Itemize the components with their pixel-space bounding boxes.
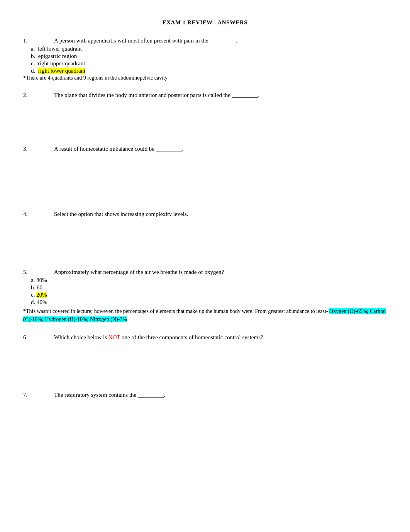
q3-number: 3. bbox=[23, 146, 54, 152]
q1-option-c-text: right upper quadrant bbox=[38, 60, 85, 66]
q6-text-after: one of the three components of homeostat… bbox=[120, 334, 263, 340]
q6-text-before: Which choice below is bbox=[54, 334, 108, 340]
q7-text: The respiratory system contains the ____… bbox=[54, 392, 387, 398]
q5-option-d-text: 40% bbox=[37, 299, 47, 305]
q1-option-d-label: d. bbox=[31, 68, 35, 74]
q5-option-c: c. 20% bbox=[31, 292, 387, 298]
question-1: 1. A person with appendicitis will most … bbox=[23, 37, 387, 81]
question-7: 7. The respiratory system contains the _… bbox=[23, 392, 387, 398]
q5-option-c-label: c. bbox=[31, 292, 35, 298]
q5-note: *This wasn’t covered in lecture; however… bbox=[23, 307, 387, 323]
q1-option-a: a. left lower quadrant bbox=[31, 46, 387, 52]
q1-option-c-label: c. bbox=[31, 60, 35, 66]
q5-note-prefix: *This wasn’t covered in lecture; however… bbox=[23, 308, 329, 314]
question-2: 2. The plane that divides the body into … bbox=[23, 92, 387, 135]
q1-option-b-label: b. bbox=[31, 53, 35, 59]
q1-option-a-label: a. bbox=[31, 46, 35, 52]
question-3: 3. A result of homeostatic imbalance cou… bbox=[23, 146, 387, 200]
q5-option-a-text: 80% bbox=[36, 277, 47, 283]
q5-option-b: b. 60 bbox=[31, 284, 387, 291]
q3-text: A result of homeostatic imbalance could … bbox=[54, 146, 387, 152]
section-divider bbox=[23, 261, 387, 261]
q4-number: 4. bbox=[23, 211, 54, 218]
question-6: 6. Which choice below is NOT one of the … bbox=[23, 334, 387, 381]
q6-text-not: NOT bbox=[108, 334, 120, 340]
q1-option-c: c. right upper quadrant bbox=[31, 60, 387, 67]
q6-number: 6. bbox=[23, 334, 54, 341]
q1-number: 1. bbox=[23, 37, 54, 44]
q1-text: A person with appendicitis will most oft… bbox=[54, 37, 387, 44]
q2-number: 2. bbox=[23, 92, 54, 99]
q1-option-b-text: epigastric region bbox=[38, 53, 77, 59]
q6-text: Which choice below is NOT one of the thr… bbox=[54, 334, 387, 341]
question-5: 5. Approximately what percentage of the … bbox=[23, 269, 387, 323]
q1-note: *There are 4 quadrants and 9 regions in … bbox=[23, 75, 387, 81]
q5-option-a: a. 80% bbox=[31, 277, 387, 284]
page-title: EXAM 1 REVIEW - ANSWERS bbox=[23, 19, 387, 26]
q5-option-a-label: a. bbox=[31, 277, 35, 283]
q4-text: Select the option that shows increasing … bbox=[54, 211, 387, 218]
q5-option-d: d. 40% bbox=[31, 299, 387, 306]
q5-number: 5. bbox=[23, 269, 54, 275]
q5-text: Approximately what percentage of the air… bbox=[54, 269, 387, 275]
q5-option-b-text: 60 bbox=[37, 284, 42, 291]
q1-option-d-text: right lower quadrant bbox=[38, 68, 85, 74]
q2-text: The plane that divides the body into ant… bbox=[54, 92, 387, 99]
q5-option-b-label: b. bbox=[31, 284, 35, 291]
q5-option-d-label: d. bbox=[31, 299, 35, 305]
q5-option-c-text: 20% bbox=[36, 292, 47, 298]
q7-number: 7. bbox=[23, 392, 54, 398]
q1-option-b: b. epigastric region bbox=[31, 53, 387, 59]
question-4: 4. Select the option that shows increasi… bbox=[23, 211, 387, 250]
q1-option-d: d. right lower quadrant bbox=[31, 68, 387, 74]
q1-option-a-text: left lower quadrant bbox=[38, 46, 82, 52]
